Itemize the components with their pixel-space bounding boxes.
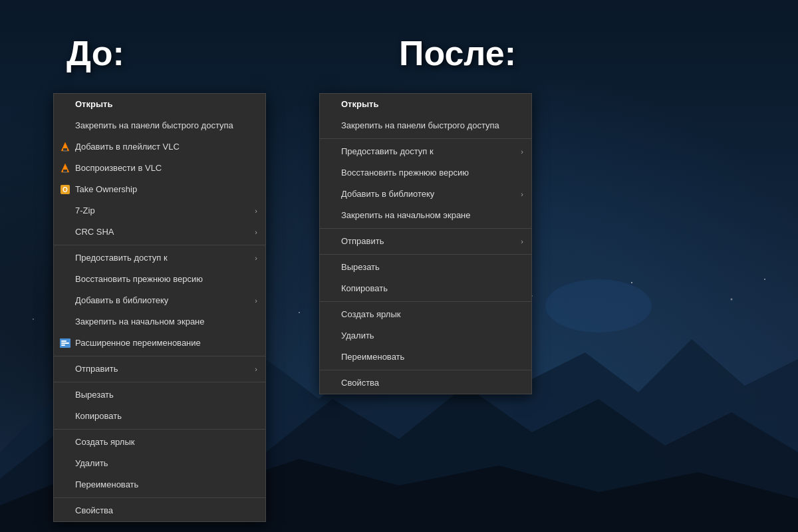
headers-row: До: После: [0,0,798,73]
menu-separator [320,254,531,255]
menu-item-7zip[interactable]: 7-Zip› [54,200,265,221]
menu-item-label: Копировать [341,281,388,296]
menu-item-delete[interactable]: Удалить [320,325,531,346]
after-title: После: [399,33,732,73]
menu-item-rename[interactable]: Переименовать [320,346,531,368]
menu-item-take-ownership[interactable]: OTake Ownership [54,179,265,200]
menu-item-label: Создать ярлык [75,435,134,450]
menu-item-label: Открыть [341,97,378,112]
menu-separator [320,138,531,139]
menu-item-send-to[interactable]: Отправить› [320,231,531,252]
menu-item-label: Добавить в библиотеку [75,293,168,308]
menu-item-label: Свойства [75,503,113,518]
menu-separator [54,382,265,382]
svg-rect-27 [61,344,65,346]
menu-item-add-library[interactable]: Добавить в библиотеку› [54,290,265,311]
menu-item-label: Закрепить на начальном экране [341,208,471,223]
menu-item-label: Восстановить прежнюю версию [75,272,203,287]
rename-icon [59,337,71,349]
menu-item-properties[interactable]: Свойства [54,500,265,521]
menu-separator [320,370,531,370]
menu-item-copy[interactable]: Копировать [320,278,531,299]
menu-item-open[interactable]: Открыть [54,94,265,115]
submenu-arrow-icon: › [255,293,257,308]
menu-item-pin-start[interactable]: Закрепить на начальном экране [320,205,531,226]
submenu-arrow-icon: › [255,203,257,218]
menu-item-label: Добавить в библиотеку [341,187,434,201]
menu-item-label: Воспроизвести в VLC [75,161,162,176]
menu-item-cut[interactable]: Вырезать [320,257,531,278]
menu-item-label: Закрепить на панели быстрого доступа [75,118,233,133]
ownership-icon: O [59,184,71,196]
menu-item-label: Отправить [75,362,118,376]
menu-item-pin-quick[interactable]: Закрепить на панели быстрого доступа [54,115,265,136]
menu-item-pin-quick[interactable]: Закрепить на панели быстрого доступа [320,115,531,136]
menu-item-vlc-playlist[interactable]: Добавить в плейлист VLC [54,136,265,158]
svg-rect-26 [61,342,69,344]
menu-separator [320,301,531,302]
menu-separator [54,429,265,430]
menu-item-label: Предоставить доступ к [341,144,434,159]
menu-item-open[interactable]: Открыть [320,94,531,115]
before-title: До: [66,33,399,73]
menu-item-label: Добавить в плейлист VLC [75,140,180,154]
menu-item-label: Вырезать [341,260,380,275]
menu-item-pin-start[interactable]: Закрепить на начальном экране [54,311,265,332]
menu-item-label: Отправить [341,234,384,249]
menu-item-add-library[interactable]: Добавить в библиотеку› [320,184,531,205]
menu-item-restore-prev[interactable]: Восстановить прежнюю версию [320,162,531,184]
svg-text:O: O [63,186,68,194]
menu-item-label: Закрепить на панели быстрого доступа [341,118,499,133]
menu-item-label: CRC SHA [75,225,114,239]
menu-item-label: Открыть [75,97,112,112]
menu-item-properties[interactable]: Свойства [320,372,531,394]
svg-rect-20 [63,170,67,172]
svg-point-21 [63,172,68,173]
vlc-icon [59,141,71,153]
menu-item-delete[interactable]: Удалить [54,453,265,474]
menu-item-label: Удалить [75,456,108,471]
menu-item-copy[interactable]: Копировать [54,406,265,427]
menu-item-rename-ext[interactable]: Расширенное переименование [54,332,265,354]
menu-item-label: Переименовать [75,477,138,492]
svg-rect-17 [63,148,67,150]
menu-item-cut[interactable]: Вырезать [54,384,265,406]
submenu-arrow-icon: › [521,187,523,201]
menu-item-grant-access[interactable]: Предоставить доступ к› [54,247,265,269]
menu-item-label: Восстановить прежнюю версию [341,166,469,180]
menu-item-label: Вырезать [75,388,114,402]
menu-item-send-to[interactable]: Отправить› [54,358,265,380]
menu-separator [320,228,531,229]
vlc-icon [59,162,71,174]
menu-item-label: Свойства [341,376,379,390]
menu-item-label: Take Ownership [75,182,137,197]
svg-rect-25 [61,340,66,342]
after-context-menu: ОткрытьЗакрепить на панели быстрого дост… [319,93,532,394]
menu-item-label: Закрепить на начальном экране [75,315,205,329]
submenu-arrow-icon: › [255,251,257,265]
menu-item-restore-prev[interactable]: Восстановить прежнюю версию [54,269,265,290]
menu-item-vlc-play[interactable]: Воспроизвести в VLC [54,158,265,179]
submenu-arrow-icon: › [521,144,523,159]
menu-item-label: Переименовать [341,350,404,364]
menu-item-crc-sha[interactable]: CRC SHA› [54,221,265,243]
menu-item-rename[interactable]: Переименовать [54,474,265,495]
menus-container: ОткрытьЗакрепить на панели быстрого дост… [0,73,798,522]
before-context-menu: ОткрытьЗакрепить на панели быстрого дост… [53,93,266,522]
menu-separator [54,356,265,356]
menu-item-create-shortcut[interactable]: Создать ярлык [54,432,265,453]
menu-item-label: Расширенное переименование [75,336,201,350]
submenu-arrow-icon: › [255,362,257,376]
svg-point-18 [63,150,68,152]
menu-item-create-shortcut[interactable]: Создать ярлык [320,304,531,325]
menu-item-label: 7-Zip [75,203,95,218]
menu-item-label: Удалить [341,329,374,343]
menu-item-label: Копировать [75,409,122,424]
menu-separator [54,245,265,245]
menu-item-label: Предоставить доступ к [75,251,168,265]
menu-item-grant-access[interactable]: Предоставить доступ к› [320,141,531,162]
main-content: До: После: ОткрытьЗакрепить на панели бы… [0,0,798,532]
submenu-arrow-icon: › [255,225,257,239]
menu-item-label: Создать ярлык [341,307,400,322]
submenu-arrow-icon: › [521,234,523,249]
